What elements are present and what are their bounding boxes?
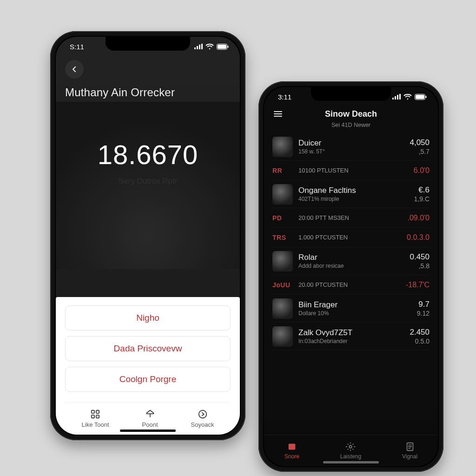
arrow-left-icon xyxy=(70,65,79,73)
svg-rect-11 xyxy=(96,415,99,418)
svg-rect-3 xyxy=(201,44,203,49)
header: Muthany Ain Orrecker xyxy=(56,56,240,102)
row-code: RR xyxy=(272,167,293,174)
row-values: 0.450,5.8 xyxy=(410,252,430,270)
row-thumbnail xyxy=(272,251,293,271)
data-list[interactable]: Duicer158 w. 5T°4,050,5.7RR10100 PTLUSTE… xyxy=(264,128,438,350)
row-value-primary: 2.450 xyxy=(410,328,430,337)
list-row[interactable]: JoUU20.00 PTCUSTEN-18.7'C xyxy=(271,275,430,295)
tab-laisteng[interactable]: Laisteng xyxy=(340,442,361,460)
row-title: 20.00 PTCUSTEN xyxy=(298,281,406,288)
row-subtitle: In:03achDebriander xyxy=(298,338,410,344)
cellular-icon xyxy=(194,44,203,49)
row-title: Zalk Ovyd7Z5T xyxy=(298,328,410,337)
row-value-primary: 6.0'0 xyxy=(414,166,430,175)
row-value-primary: 4,050 xyxy=(410,138,430,147)
row-text: 20.00 PTCUSTEN xyxy=(298,281,406,288)
row-title: Ongane Facltins xyxy=(298,186,414,195)
row-text: 10100 PTLUSTEN xyxy=(298,167,414,174)
gear-icon xyxy=(345,442,356,452)
svg-point-12 xyxy=(198,410,206,418)
document-icon xyxy=(405,442,415,452)
row-value-primary: .09.0'0 xyxy=(407,214,430,222)
row-title: Duicer xyxy=(298,139,410,148)
svg-rect-15 xyxy=(397,95,398,99)
tab-label: Like Toont xyxy=(82,421,109,428)
list-row[interactable]: RolarAddd abor resicae0.450,5.8 xyxy=(271,247,430,275)
row-values: .09.0'0 xyxy=(407,214,430,222)
svg-point-4 xyxy=(209,48,211,49)
battery-icon xyxy=(415,94,427,100)
row-text: 20:00 PTT MS3EN xyxy=(298,214,407,221)
row-text: 1.000 PTCUSTEN xyxy=(298,234,407,241)
row-values: 6.0'0 xyxy=(414,166,430,175)
tab-vignal[interactable]: Vignal xyxy=(402,442,417,460)
option-label: Coolgn Porgre xyxy=(119,374,177,384)
row-text: Ongane Facltins402T1% mirople xyxy=(298,186,414,202)
status-right xyxy=(194,44,229,50)
svg-rect-2 xyxy=(199,45,200,49)
tab-soyoack[interactable]: Soyoack xyxy=(191,409,214,428)
back-button[interactable] xyxy=(65,60,84,79)
headline-value: 18.6670 xyxy=(56,139,240,170)
engine-background-image xyxy=(56,102,240,269)
tab-poont[interactable]: Poont xyxy=(142,409,158,428)
row-title: Rolar xyxy=(298,253,410,262)
list-row[interactable]: Duicer158 w. 5T°4,050,5.7 xyxy=(271,133,430,161)
home-indicator[interactable] xyxy=(120,430,176,432)
list-row[interactable]: Ongane Facltins402T1% mirople€.61,9.C xyxy=(271,180,430,208)
option-button-1[interactable]: Nigho xyxy=(65,305,231,331)
list-row[interactable]: TRS1.000 PTCUSTEN0.0.3.0 xyxy=(271,228,430,247)
hamburger-icon xyxy=(272,108,284,119)
row-text: Duicer158 w. 5T° xyxy=(298,139,410,155)
option-button-3[interactable]: Coolgn Porgre xyxy=(65,367,231,392)
row-value-secondary: ,5.8 xyxy=(410,262,430,270)
card-icon xyxy=(287,442,297,452)
row-value-secondary: ,5.7 xyxy=(410,148,430,155)
row-thumbnail xyxy=(272,184,293,205)
svg-rect-9 xyxy=(96,410,99,413)
tab-snore[interactable]: Snore xyxy=(284,442,299,460)
row-thumbnail xyxy=(272,326,293,347)
row-code: JoUU xyxy=(272,281,293,289)
row-thumbnail xyxy=(272,298,293,319)
menu-button[interactable] xyxy=(272,108,284,121)
screen: 3:11 Sinow Deach Sei 41D Newer Duicer158… xyxy=(264,87,438,466)
row-values: -18.7'C xyxy=(406,281,430,289)
row-value-primary: 0.0.3.0 xyxy=(407,233,430,242)
row-subtitle: Addd abor resicae xyxy=(298,263,410,269)
svg-rect-20 xyxy=(426,96,427,98)
home-indicator[interactable] xyxy=(323,461,379,463)
row-value-primary: €.6 xyxy=(414,185,430,195)
row-value-secondary: 1,9.C xyxy=(414,195,430,203)
list-row[interactable]: RR10100 PTLUSTEN6.0'0 xyxy=(271,161,430,180)
list-row[interactable]: Zalk Ovyd7Z5TIn:03achDebriander2.4500.5.… xyxy=(271,323,430,350)
list-row[interactable]: Biin EragerDollare 10%9.79.12 xyxy=(271,295,430,323)
tab-like[interactable]: Like Toont xyxy=(82,409,109,428)
notch xyxy=(106,37,190,51)
svg-rect-8 xyxy=(92,410,94,413)
svg-rect-14 xyxy=(395,96,396,99)
wifi-icon xyxy=(403,94,412,100)
bottom-sheet: Nigho Dada Priscovevw Coolgn Porgre Like… xyxy=(56,297,240,435)
status-time: S:11 xyxy=(70,43,84,51)
svg-rect-19 xyxy=(416,95,424,99)
svg-point-25 xyxy=(350,445,352,448)
svg-rect-1 xyxy=(197,46,198,49)
option-button-2[interactable]: Dada Priscovevw xyxy=(65,336,231,361)
row-text: Biin EragerDollare 10% xyxy=(298,300,417,317)
status-right xyxy=(392,94,427,100)
row-text: RolarAddd abor resicae xyxy=(298,253,410,269)
option-label: Nigho xyxy=(136,313,159,323)
tab-label: Soyoack xyxy=(191,421,214,428)
page-title: Sinow Deach xyxy=(325,109,377,119)
list-row[interactable]: PD20:00 PTT MS3EN.09.0'0 xyxy=(271,208,430,228)
svg-rect-16 xyxy=(399,94,401,99)
row-title: 20:00 PTT MS3EN xyxy=(298,214,407,221)
phone-right: 3:11 Sinow Deach Sei 41D Newer Duicer158… xyxy=(258,81,443,472)
row-text: Zalk Ovyd7Z5TIn:03achDebriander xyxy=(298,328,410,344)
header: Sinow Deach xyxy=(264,106,438,121)
page-title: Muthany Ain Orrecker xyxy=(65,86,231,99)
row-value-primary: 0.450 xyxy=(410,252,430,262)
row-title: Biin Erager xyxy=(298,300,417,310)
